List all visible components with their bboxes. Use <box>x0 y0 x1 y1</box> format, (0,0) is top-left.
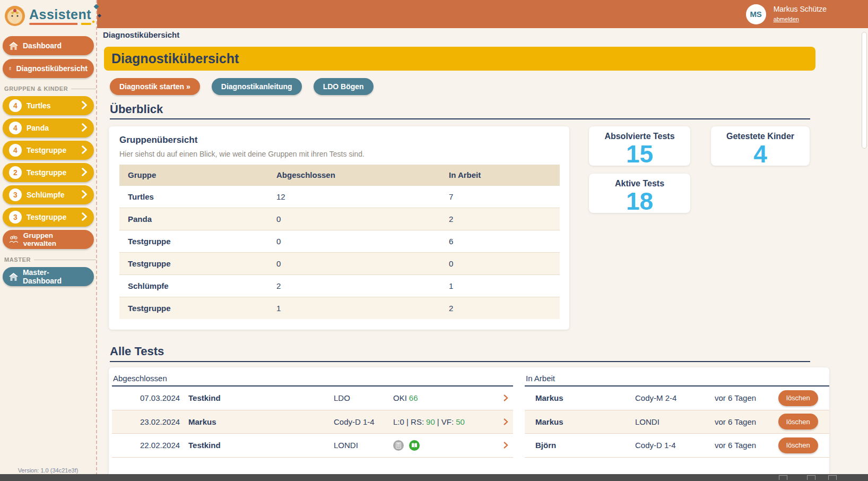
cell-in-progress: 6 <box>440 230 560 253</box>
cell-group: Panda <box>119 208 268 230</box>
table-row: Testgruppe06 <box>119 230 560 253</box>
cell-in-progress: 7 <box>440 186 560 208</box>
chevron-right-icon <box>81 145 88 154</box>
main-content: Diagnostikübersicht Diagnostikübersicht … <box>97 28 868 481</box>
gruppenuebersicht-card: Gruppenübersicht Hier siehst du auf eine… <box>109 126 569 330</box>
ueberblick-rule <box>110 118 810 119</box>
cell-in-progress: 1 <box>440 275 560 297</box>
sidebar-group-testgruppe-5[interactable]: 3Testgruppe <box>3 208 94 227</box>
group-label: Testgruppe <box>27 168 66 177</box>
page-title: Diagnostikübersicht <box>111 51 239 66</box>
cell-group: Turtles <box>119 186 268 208</box>
action-buttons: Diagnostik starten » Diagnostikanleitung… <box>110 78 374 95</box>
ueberblick-heading: Überblick <box>110 102 163 116</box>
stat-value: 18 <box>589 188 690 214</box>
table-row: Schlümpfe21 <box>119 275 560 297</box>
test-score <box>393 440 504 451</box>
taskbar-app-icon[interactable] <box>807 475 815 480</box>
gruppenuebersicht-title: Gruppenübersicht <box>119 135 559 145</box>
cell-completed: 0 <box>268 253 440 275</box>
chevron-right-icon <box>81 190 88 199</box>
people-icon <box>9 236 19 243</box>
completed-test-row[interactable]: 23.02.2024MarkusCody-D 1-4L:0 | RS:90 | … <box>112 410 513 434</box>
sidebar-item-master-dashboard[interactable]: Master-Dashboard <box>3 267 94 286</box>
sidebar-item-gruppen-verwalten[interactable]: Gruppen verwalten <box>3 230 94 249</box>
test-name: Cody-D 1-4 <box>334 417 393 426</box>
clipboard-icon <box>9 64 11 73</box>
table-row: Testgruppe12 <box>119 297 560 320</box>
chevron-right-icon <box>81 190 88 199</box>
app-logo: Assistent <box>0 0 96 30</box>
table-column-header: In Arbeit <box>440 165 560 186</box>
book-icon <box>409 440 420 451</box>
row-chevron-icon <box>504 394 513 401</box>
sidebar-item-label: Dashboard <box>23 41 62 50</box>
calculator-icon <box>393 440 404 451</box>
sidebar-group-testgruppe-3[interactable]: 2Testgruppe <box>3 163 94 182</box>
cell-completed: 1 <box>268 297 440 320</box>
chevron-right-icon <box>81 168 88 176</box>
completed-test-row[interactable]: 22.02.2024TestkindLONDI <box>112 434 513 458</box>
taskbar-app-icon[interactable] <box>779 475 787 480</box>
cell-in-progress: 0 <box>440 253 560 275</box>
sidebar-group-schlümpfe-4[interactable]: 3Schlümpfe <box>3 185 94 204</box>
chevron-right-icon <box>81 145 88 154</box>
chevron-right-icon <box>504 394 508 401</box>
group-label: Testgruppe <box>27 146 66 154</box>
row-chevron-icon <box>504 442 513 449</box>
completed-title: Abgeschlossen <box>112 373 513 386</box>
test-child-name: Markus <box>535 393 635 402</box>
cell-group: Testgruppe <box>119 230 268 253</box>
chevron-right-icon <box>81 101 88 109</box>
test-age: vor 6 Tagen <box>715 393 778 402</box>
sidebar-item-label: Diagnostikübersicht <box>16 64 88 73</box>
test-name: Cody-M 2-4 <box>635 393 715 402</box>
cell-completed: 0 <box>268 230 440 253</box>
score-segment: 90 <box>426 417 435 426</box>
sidebar-group-panda-1[interactable]: 4Panda <box>3 118 94 138</box>
cell-completed: 2 <box>268 275 440 297</box>
test-name: LDO <box>334 393 393 402</box>
group-label: Turtles <box>27 101 51 110</box>
stat-value: 15 <box>589 141 690 167</box>
taskbar-app-icon[interactable] <box>828 475 837 480</box>
sidebar-item-dashboard[interactable]: Dashboard <box>3 36 94 55</box>
diagnostik-starten-button[interactable]: Diagnostik starten » <box>110 78 200 95</box>
delete-test-button[interactable]: löschen <box>778 390 818 406</box>
chevron-right-icon <box>81 212 88 221</box>
chevron-right-icon <box>81 212 88 221</box>
page-title-banner: Diagnostikübersicht <box>104 47 815 71</box>
table-header-row: GruppeAbgeschlossenIn Arbeit <box>119 165 560 186</box>
alle-tests-rule <box>110 361 810 362</box>
scrollbar-thumb[interactable] <box>862 32 867 149</box>
ldo-boegen-button[interactable]: LDO Bögen <box>314 78 374 95</box>
test-name: LONDI <box>635 417 715 426</box>
test-child-name: Markus <box>188 417 334 426</box>
table-row: Panda02 <box>119 208 560 230</box>
chevron-right-icon <box>504 418 508 425</box>
sidebar-group-turtles-0[interactable]: 4Turtles <box>3 96 94 115</box>
table-column-header: Abgeschlossen <box>268 165 440 186</box>
score-segment: | VF: <box>437 417 454 426</box>
group-label: Testgruppe <box>27 213 66 221</box>
topbar: MS Markus Schütze abmelden <box>97 0 868 28</box>
score-segment: L:0 | RS: <box>393 417 424 426</box>
sidebar-item-diagnostikuebersicht[interactable]: Diagnostikübersicht <box>3 59 94 78</box>
chevron-right-icon <box>81 168 88 176</box>
home-icon <box>9 273 18 281</box>
completed-test-row[interactable]: 07.03.2024TestkindLDOOKI 66 <box>112 386 513 410</box>
home-icon <box>9 42 18 50</box>
test-date: 23.02.2024 <box>140 417 181 426</box>
diagnostikanleitung-button[interactable]: Diagnostikanleitung <box>212 78 302 95</box>
cell-in-progress: 2 <box>440 297 560 320</box>
group-count-badge: 4 <box>9 122 22 134</box>
delete-test-button[interactable]: löschen <box>778 414 818 430</box>
logout-link[interactable]: abmelden <box>774 16 799 23</box>
sidebar-group-testgruppe-2[interactable]: 4Testgruppe <box>3 141 94 160</box>
groups-section-label: Gruppen & Kinder <box>4 85 96 92</box>
sidebar-item-label: Master-Dashboard <box>23 268 88 285</box>
table-row: Turtles127 <box>119 186 560 208</box>
delete-test-button[interactable]: löschen <box>778 437 818 453</box>
cell-completed: 12 <box>268 186 440 208</box>
sidebar-item-label: Gruppen verwalten <box>23 231 88 247</box>
